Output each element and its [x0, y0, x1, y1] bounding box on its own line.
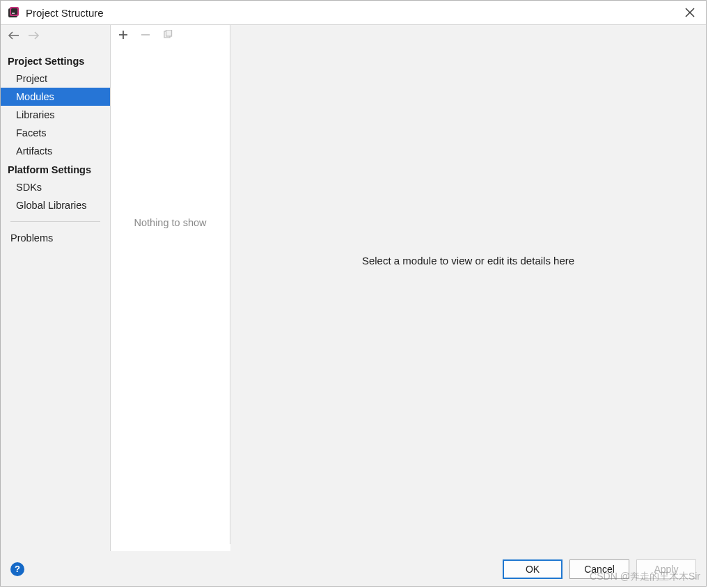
add-module-button[interactable] [118, 30, 129, 42]
sidebar-item-global-libraries[interactable]: Global Libraries [1, 196, 110, 214]
apply-button[interactable]: Apply [636, 559, 696, 579]
svg-rect-12 [166, 30, 172, 36]
svg-rect-3 [12, 13, 15, 14]
copy-module-button[interactable] [162, 30, 173, 42]
remove-module-button[interactable] [140, 30, 151, 42]
titlebar: Project Structure [1, 1, 706, 24]
minus-icon [141, 30, 150, 40]
close-icon [685, 8, 695, 17]
modules-toolbar [111, 25, 230, 46]
help-icon: ? [15, 564, 20, 574]
app-icon [8, 6, 20, 19]
help-button[interactable]: ? [10, 562, 24, 576]
ok-button[interactable]: OK [503, 559, 563, 579]
modules-empty-text: Nothing to show [111, 46, 230, 544]
sidebar-item-project[interactable]: Project [1, 70, 110, 88]
close-button[interactable] [681, 3, 699, 22]
section-header-platform-settings: Platform Settings [1, 160, 110, 178]
sidebar: Project Settings Project Modules Librari… [1, 25, 111, 551]
sidebar-item-facets[interactable]: Facets [1, 124, 110, 142]
sidebar-divider [10, 221, 100, 222]
nav-forward-button[interactable] [27, 29, 40, 42]
sidebar-list: Project Settings Project Modules Librari… [1, 46, 110, 247]
sidebar-nav [1, 25, 110, 46]
footer-buttons: OK Cancel Apply [503, 559, 696, 579]
plus-icon [118, 30, 128, 40]
cancel-button[interactable]: Cancel [569, 559, 629, 579]
sidebar-item-modules[interactable]: Modules [1, 88, 110, 106]
project-structure-dialog: Project Structure [0, 0, 707, 587]
arrow-left-icon [8, 31, 20, 40]
modules-pane: Nothing to show [111, 25, 230, 544]
arrow-right-icon [27, 31, 40, 40]
detail-placeholder: Select a module to view or edit its deta… [362, 255, 574, 267]
sidebar-item-artifacts[interactable]: Artifacts [1, 142, 110, 160]
sidebar-item-problems[interactable]: Problems [1, 229, 110, 247]
window-title: Project Structure [26, 7, 104, 19]
sidebar-item-sdks[interactable]: SDKs [1, 178, 110, 196]
sidebar-item-libraries[interactable]: Libraries [1, 106, 110, 124]
nav-back-button[interactable] [8, 29, 20, 42]
footer: ? OK Cancel Apply [1, 551, 706, 586]
copy-icon [163, 30, 173, 40]
section-header-project-settings: Project Settings [1, 51, 110, 70]
detail-pane: Select a module to view or edit its deta… [230, 25, 706, 551]
body: Project Settings Project Modules Librari… [1, 24, 706, 551]
